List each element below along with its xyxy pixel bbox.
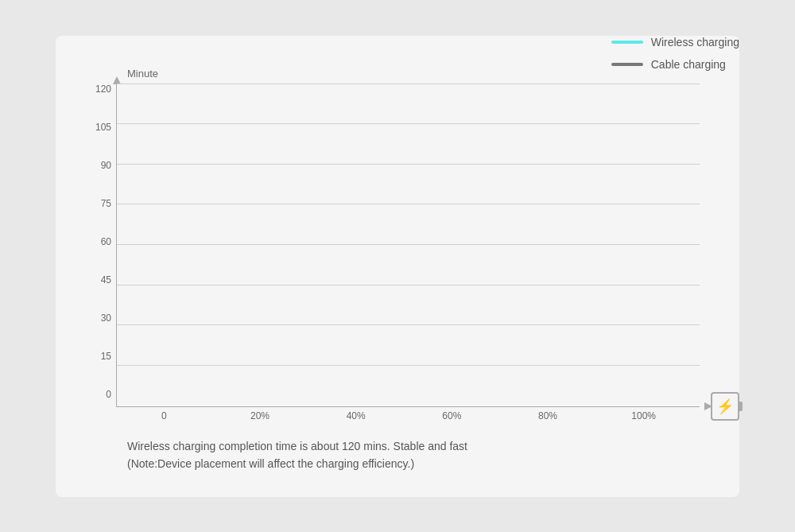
x-axis-label: 80% — [500, 407, 596, 421]
y-axis-title: Minute — [95, 68, 700, 80]
description: Wireless charging completion time is abo… — [95, 437, 700, 473]
y-axis-label: 105 — [95, 122, 111, 132]
legend-wireless: Wireless charging — [611, 36, 739, 49]
description-line2: (Note:Device placement will affect the c… — [127, 455, 700, 472]
x-axis-label: 100% — [595, 407, 692, 421]
x-axis-label: 20% — [212, 407, 308, 421]
x-axis-labels: 020%40%60%80%100% — [116, 407, 700, 421]
x-axis-label: 0 — [116, 407, 212, 421]
y-axis-label: 60 — [95, 237, 111, 247]
chart-card: Wireless charging Cable charging Minute … — [56, 36, 739, 497]
y-axis-label: 120 — [95, 84, 111, 94]
y-axis-label: 30 — [95, 313, 111, 323]
legend-cable-line — [611, 63, 643, 66]
grid-and-bars: ⚡ — [116, 84, 700, 407]
y-axis-label: 15 — [95, 351, 111, 361]
legend-wireless-line — [611, 41, 643, 44]
description-line1: Wireless charging completion time is abo… — [127, 437, 700, 455]
legend-wireless-label: Wireless charging — [651, 36, 739, 49]
y-axis-label: 45 — [95, 275, 111, 285]
chart-area: 0153045607590105120 ⚡ 020%40%60%80%100% — [95, 84, 700, 421]
battery-icon: ⚡ — [711, 392, 739, 421]
chart-legend: Wireless charging Cable charging — [611, 36, 739, 71]
x-axis-label: 60% — [404, 407, 500, 421]
x-axis-label: 40% — [308, 407, 404, 421]
y-axis: 0153045607590105120 — [95, 84, 111, 421]
bars-row — [117, 84, 700, 406]
y-axis-label: 75 — [95, 199, 111, 208]
legend-cable-label: Cable charging — [651, 58, 726, 71]
y-axis-label: 0 — [95, 390, 111, 399]
legend-cable: Cable charging — [611, 58, 739, 71]
y-axis-label: 90 — [95, 161, 111, 170]
plot-area: ⚡ 020%40%60%80%100% — [116, 84, 700, 421]
